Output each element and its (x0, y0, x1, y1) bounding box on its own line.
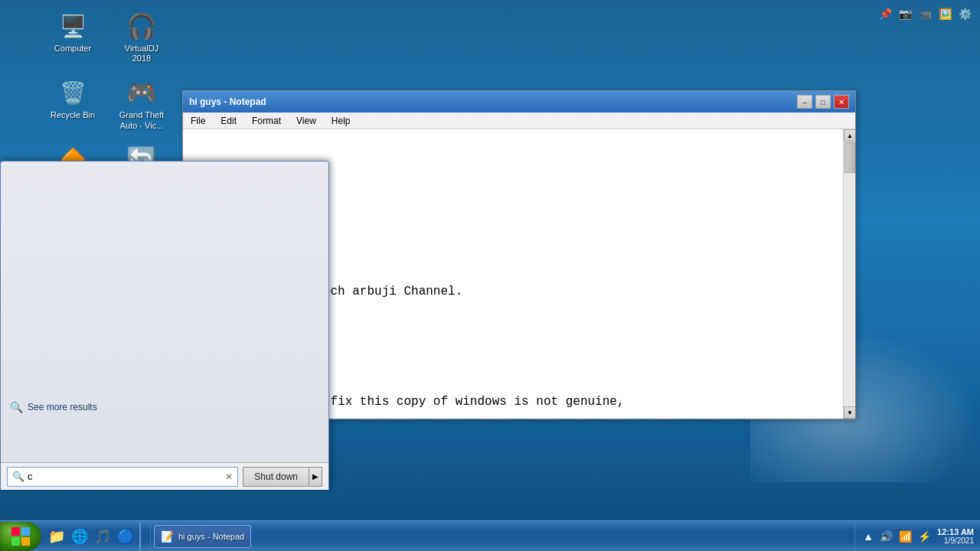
svg-rect-0 (11, 527, 20, 536)
shutdown-button-group: Shut down ▶ (243, 467, 322, 487)
desktop-icon-row-2: 🗑️ Recycle Bin 🎮 Grand Theft Auto - Vic.… (46, 74, 168, 133)
recycle-bin-icon: 🗑️ (57, 77, 88, 108)
see-more-search-icon: 🔍 (10, 401, 23, 413)
desktop-icon-gta[interactable]: 🎮 Grand Theft Auto - Vic... (115, 74, 168, 133)
task-notepad-icon: 📝 (161, 530, 174, 543)
notepad-menu-file[interactable]: File (183, 114, 213, 128)
notepad-close-button[interactable]: ✕ (834, 95, 849, 109)
system-tray: ▲ 🔊 📶 ⚡ 12:13 AM 1/9/2021 (854, 521, 980, 551)
notepad-titlebar: hi guys - Notepad – □ ✕ (183, 91, 855, 112)
svg-rect-2 (11, 537, 20, 546)
scroll-up-button[interactable]: ▲ (844, 129, 855, 142)
tray-battery-icon[interactable]: ⚡ (916, 529, 933, 544)
video-icon[interactable]: 📹 (917, 6, 933, 21)
search-clear-button[interactable]: ✕ (225, 471, 233, 482)
desktop-icon-computer[interactable]: 🖥️ Computer (46, 8, 100, 67)
quick-launch-ie[interactable]: 🌐 (69, 526, 90, 547)
notepad-menu-format[interactable]: Format (244, 114, 289, 128)
gta-label: Grand Theft Auto - Vic... (118, 110, 165, 130)
scroll-track[interactable] (844, 142, 855, 406)
clock-date: 1/9/2021 (944, 536, 974, 545)
start-menu-content: 🔍 See more results (1, 161, 328, 462)
start-menu-search-input[interactable] (28, 471, 222, 482)
notepad-menu-help[interactable]: Help (324, 114, 358, 128)
tray-volume-icon[interactable]: 🔊 (878, 529, 894, 544)
search-results: 🔍 See more results (1, 161, 328, 424)
tray-expand-icon[interactable]: ▲ (861, 529, 875, 544)
shutdown-main-button[interactable]: Shut down (243, 467, 309, 487)
computer-icon-label: Computer (54, 44, 91, 54)
desktop-icon-recycle-bin[interactable]: 🗑️ Recycle Bin (46, 74, 100, 133)
notepad-maximize-button[interactable]: □ (815, 95, 831, 109)
task-notepad-label: hi guys - Notepad (178, 532, 244, 541)
computer-icon: 🖥️ (57, 11, 88, 41)
quick-launch-area: 📁 🌐 🎵 🔵 (41, 521, 151, 551)
see-more-results[interactable]: 🔍 See more results (1, 396, 328, 418)
notepad-menu-edit[interactable]: Edit (213, 114, 244, 128)
notepad-menu-view[interactable]: View (289, 114, 324, 128)
taskbar: 📁 🌐 🎵 🔵 📝 hi guys - Notepad ▲ 🔊 📶 ⚡ 12:1… (0, 520, 980, 551)
start-button[interactable] (0, 522, 41, 551)
virtualdj-icon: 🎧 (126, 11, 157, 41)
svg-rect-1 (21, 527, 30, 536)
search-input-wrapper[interactable]: 🔍 ✕ (7, 467, 238, 487)
start-menu-search-bar: 🔍 ✕ Shut down ▶ (1, 462, 328, 490)
svg-rect-3 (21, 537, 30, 546)
pin-icon[interactable]: 📌 (877, 6, 893, 21)
search-glass-icon: 🔍 (12, 471, 24, 482)
windows-logo-icon (10, 526, 31, 547)
scroll-thumb[interactable] (844, 142, 855, 173)
clock[interactable]: 12:13 AM 1/9/2021 (937, 527, 974, 545)
tray-network-icon[interactable]: 📶 (897, 529, 913, 544)
camera-icon[interactable]: 📷 (897, 6, 913, 21)
quick-launch-chrome[interactable]: 🔵 (115, 526, 136, 547)
recycle-bin-label: Recycle Bin (51, 110, 95, 120)
settings-icon[interactable]: ⚙️ (957, 6, 972, 21)
scroll-down-button[interactable]: ▼ (844, 406, 855, 419)
desktop-icon-virtualdj[interactable]: 🎧 VirtualDJ 2018 (115, 8, 168, 67)
tray-icons: ▲ 🔊 📶 ⚡ (861, 529, 933, 544)
quick-launch-media[interactable]: 🎵 (92, 526, 113, 547)
notepad-title: hi guys - Notepad (189, 96, 794, 107)
desktop-icon-row-1: 🖥️ Computer 🎧 VirtualDJ 2018 (46, 8, 168, 67)
start-menu-body: 🔍 See more results 🔍 ✕ Shut down ▶ (1, 161, 328, 490)
quick-launch-folder[interactable]: 📁 (46, 526, 67, 547)
start-menu: 🔍 See more results 🔍 ✕ Shut down ▶ (0, 161, 329, 490)
gta-icon: 🎮 (126, 77, 157, 108)
image-icon[interactable]: 🖼️ (937, 6, 952, 21)
show-desktop-button[interactable] (139, 523, 145, 550)
desktop: 📌 📷 📹 🖼️ ⚙️ 🖥️ Computer 🎧 VirtualDJ 2018… (0, 0, 980, 520)
notepad-scrollbar: ▲ ▼ (843, 129, 855, 419)
shutdown-arrow-button[interactable]: ▶ (309, 467, 322, 487)
notepad-minimize-button[interactable]: – (797, 95, 812, 109)
systray-top: 📌 📷 📹 🖼️ ⚙️ (877, 6, 972, 21)
task-item-notepad[interactable]: 📝 hi guys - Notepad (154, 525, 251, 548)
notepad-menubar: File Edit Format View Help (183, 112, 855, 129)
clock-time: 12:13 AM (937, 527, 974, 536)
taskbar-tasks: 📝 hi guys - Notepad (151, 521, 854, 551)
virtualdj-icon-label: VirtualDJ 2018 (118, 44, 165, 64)
see-more-label: See more results (28, 402, 97, 412)
